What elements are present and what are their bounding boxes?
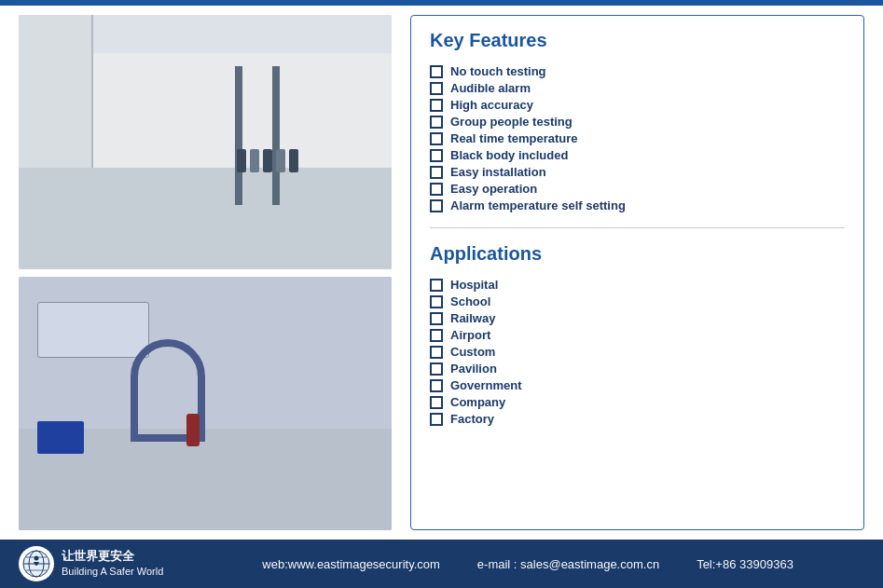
feature-label: Easy operation [450,182,537,196]
checkbox-icon [430,279,443,292]
applications-list: HospitalSchoolRailwayAirportCustomPavili… [430,278,845,426]
checkbox-icon [430,132,443,145]
feature-item: Alarm temperature self setting [430,198,845,212]
divider [430,227,845,228]
footer-logo: 让世界更安全 Building A Safer World [19,546,163,581]
svg-point-5 [34,556,39,561]
feature-item: No touch testing [430,64,845,78]
checkbox-icon [430,379,443,392]
feature-label: No touch testing [450,64,546,78]
application-item: Government [430,378,845,392]
features-list: No touch testingAudible alarmHigh accura… [430,64,845,212]
application-item: Railway [430,311,845,325]
footer-contact: web:www.eastimagesecurity.com e-mail : s… [191,557,864,571]
application-item: Hospital [430,278,845,292]
footer-logo-line2: Building A Safer World [62,565,163,578]
feature-label: Real time temperature [450,131,578,145]
application-label: School [450,294,490,308]
feature-item: Real time temperature [430,131,845,145]
checkbox-icon [430,99,443,112]
feature-label: Easy installation [450,165,546,179]
checkbox-icon [430,82,443,95]
checkbox-icon [430,413,443,426]
application-label: Company [450,395,505,409]
checkbox-icon [430,149,443,162]
feature-item: Group people testing [430,115,845,129]
application-label: Government [450,378,522,392]
feature-label: Black body included [450,148,568,162]
application-label: Factory [450,412,494,426]
feature-label: Group people testing [450,115,573,129]
checkbox-icon [430,346,443,359]
feature-item: Black body included [430,148,845,162]
feature-label: Audible alarm [450,81,531,95]
checkbox-icon [430,183,443,196]
feature-item: Easy operation [430,182,845,196]
footer: 让世界更安全 Building A Safer World web:www.ea… [0,540,883,588]
checkbox-icon [430,199,443,212]
footer-email: e-mail : sales@eastimage.com.cn [477,557,659,571]
feature-label: High accuracy [450,98,533,112]
applications-title: Applications [430,243,845,265]
footer-logo-circle [19,546,54,581]
checkbox-icon [430,329,443,342]
application-label: Railway [450,311,495,325]
checkbox-icon [430,166,443,179]
image-lab [19,15,392,269]
checkbox-icon [430,362,443,376]
info-panel: Key Features No touch testingAudible ala… [410,15,864,530]
application-item: Pavilion [430,362,845,376]
main-content: Key Features No touch testingAudible ala… [0,6,883,540]
logo-icon [21,549,51,579]
images-column [19,15,392,530]
application-item: Company [430,395,845,409]
application-item: Custom [430,345,845,359]
checkbox-icon [430,65,443,78]
feature-item: High accuracy [430,98,845,112]
application-item: Factory [430,412,845,426]
feature-label: Alarm temperature self setting [450,198,626,212]
key-features-title: Key Features [430,30,845,51]
application-label: Airport [450,328,490,342]
application-label: Custom [450,345,495,359]
footer-logo-line1: 让世界更安全 [62,549,163,565]
application-item: School [430,294,845,308]
feature-item: Audible alarm [430,81,845,95]
image-showroom [19,277,392,531]
application-label: Pavilion [450,362,497,376]
footer-logo-text: 让世界更安全 Building A Safer World [62,549,163,578]
application-item: Airport [430,328,845,342]
checkbox-icon [430,116,443,129]
checkbox-icon [430,396,443,409]
feature-item: Easy installation [430,165,845,179]
checkbox-icon [430,295,443,308]
footer-web: web:www.eastimagesecurity.com [262,557,440,571]
application-label: Hospital [450,278,498,292]
footer-tel: Tel:+86 33909363 [697,557,793,571]
checkbox-icon [430,312,443,325]
